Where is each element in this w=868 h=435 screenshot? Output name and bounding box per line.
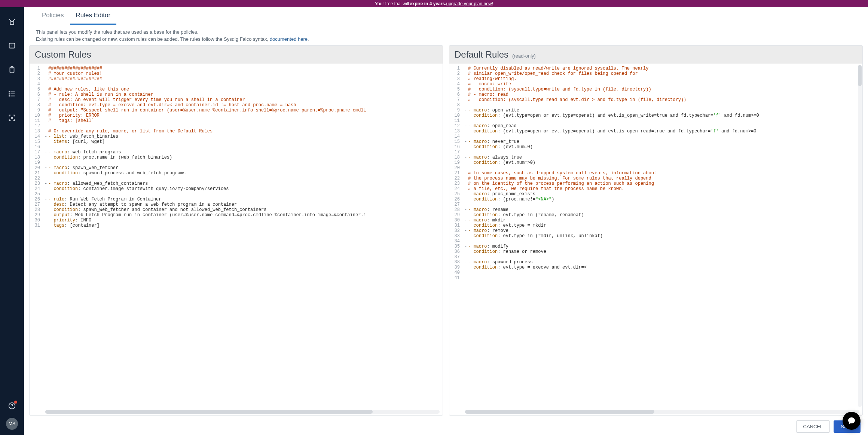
custom-code-area[interactable]: #################### # Your custom rules… xyxy=(42,64,443,408)
main-content: Policies Rules Editor This panel lets yo… xyxy=(24,7,868,435)
custom-gutter: 1234567891011121314151617181920212223242… xyxy=(30,64,42,408)
desc-line2a: Existing rules can be changed or new, cu… xyxy=(36,36,270,42)
list-icon[interactable] xyxy=(4,86,19,101)
tabs-bar: Policies Rules Editor xyxy=(24,7,868,25)
svg-point-10 xyxy=(9,96,10,97)
capture-icon[interactable] xyxy=(4,110,19,125)
svg-point-8 xyxy=(9,92,10,92)
cancel-button[interactable]: CANCEL xyxy=(796,420,830,433)
default-rules-title: Default Rules xyxy=(455,49,508,60)
default-h-scrollbar[interactable] xyxy=(465,408,859,414)
desc-line1: This panel lets you modify the rules tha… xyxy=(36,29,856,36)
user-avatar[interactable]: MS xyxy=(6,418,18,430)
footer-actions: CANCEL SAVE xyxy=(24,418,868,435)
default-rules-readonly-label: (read-only) xyxy=(512,53,536,59)
custom-rules-editor[interactable]: 1234567891011121314151617181920212223242… xyxy=(30,64,443,408)
alert-icon[interactable] xyxy=(4,39,19,53)
panel-description: This panel lets you modify the rules tha… xyxy=(24,25,868,45)
custom-h-scrollbar[interactable] xyxy=(45,408,440,414)
default-gutter: 1234567891011121314151617181920212223242… xyxy=(449,64,462,408)
default-rules-panel: Default Rules (read-only) 12345678910111… xyxy=(449,45,863,416)
docs-link[interactable]: documented here xyxy=(270,36,308,42)
default-code-area[interactable]: # Currently disabled as read/write are i… xyxy=(462,64,862,408)
svg-point-9 xyxy=(9,94,10,94)
banner-expiry: expire in 4 years. xyxy=(410,1,446,6)
chat-icon xyxy=(847,416,856,425)
tab-rules-editor[interactable]: Rules Editor xyxy=(70,6,117,25)
main-sidebar: MS xyxy=(0,7,24,435)
chat-fab[interactable] xyxy=(843,412,861,430)
trial-banner: Your free trial will expire in 4 years. … xyxy=(0,0,868,7)
default-v-scrollbar[interactable] xyxy=(858,65,862,407)
help-icon[interactable] xyxy=(4,398,19,413)
clipboard-icon[interactable] xyxy=(4,62,19,77)
default-rules-header: Default Rules (read-only) xyxy=(449,46,862,64)
logo-icon[interactable] xyxy=(4,15,19,30)
custom-rules-title: Custom Rules xyxy=(35,49,91,60)
svg-point-11 xyxy=(11,117,13,119)
banner-prefix: Your free trial will xyxy=(375,1,409,6)
custom-rules-header: Custom Rules xyxy=(30,46,443,64)
upgrade-plan-link[interactable]: upgrade your plan now! xyxy=(446,1,493,6)
tab-policies[interactable]: Policies xyxy=(36,6,70,25)
desc-line2b: . xyxy=(308,36,309,42)
default-rules-editor[interactable]: 1234567891011121314151617181920212223242… xyxy=(449,64,862,408)
custom-rules-panel: Custom Rules 123456789101112131415161718… xyxy=(29,45,443,416)
